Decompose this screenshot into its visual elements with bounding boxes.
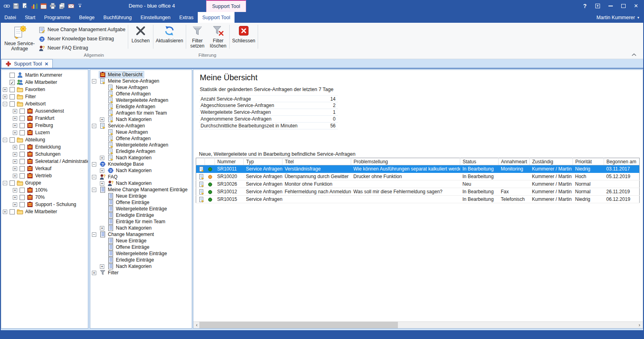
collapse-icon[interactable]: − [92,175,96,179]
refresh-button[interactable]: Aktualisieren [154,25,185,44]
expand-icon[interactable]: + [3,210,7,214]
left-tree-item[interactable]: Martin Kummerer [1,71,88,79]
expand-icon[interactable]: + [100,169,104,173]
collapse-icon[interactable]: − [3,102,7,106]
menu-item-buchführung[interactable]: Buchführung [99,12,136,23]
column-header[interactable]: Titel [282,158,351,165]
expand-icon[interactable]: + [100,117,104,122]
left-tree-item[interactable]: +Schulungen [1,151,88,158]
request-row[interactable]: SR10012Service AnfragenFehlermeldung nac… [196,188,640,196]
checkbox[interactable] [20,130,25,135]
collapse-icon[interactable]: − [3,138,7,142]
nav-tree-item[interactable]: −?FAQ [90,174,192,180]
delete-button[interactable]: Löschen [129,25,152,44]
close-button[interactable]: × [630,0,642,12]
nav-tree-item[interactable]: +Nach Kategorien [90,263,192,270]
expand-icon[interactable]: + [3,95,7,99]
checkbox[interactable] [10,180,15,186]
nav-tree-item[interactable]: +?Nach Kategorien [90,180,192,186]
doc-tab-close-icon[interactable]: × [45,61,48,66]
nav-tree-item[interactable]: +Filter [90,270,192,276]
nav-tree-item[interactable]: Erledigte Anfragen [90,148,192,155]
tab-support-tool[interactable]: Support Tool [198,12,235,23]
nav-tree-item[interactable]: Neue Anfragen [90,84,192,91]
minimize-button[interactable] [604,0,617,12]
left-tree-item[interactable]: +Frankfurt [1,115,88,122]
checkbox[interactable] [10,94,15,99]
nav-tree-item[interactable]: +?Nach Kategorien [90,167,192,174]
filter-clear-button[interactable]: Filter löschen [208,25,229,49]
checkbox[interactable] [20,159,25,164]
nav-tree-item[interactable]: Weitergeleitete Einträge [90,206,192,212]
collapse-icon[interactable]: − [92,124,96,128]
checkbox[interactable] [10,209,15,214]
nav-tree-item[interactable]: Erledigte Einträge [90,212,192,218]
checkbox[interactable]: ✓ [10,80,15,85]
column-header[interactable]: Status [460,158,499,165]
new-faq-entry-button[interactable]: ? Neuer FAQ Eintrag [39,44,127,53]
checkbox[interactable] [20,188,25,193]
left-tree-item[interactable]: +Luzern [1,129,88,136]
scrollbar-thumb[interactable] [199,322,398,328]
menu-item-programme[interactable]: Programme [40,12,75,23]
nav-tree-item[interactable]: Erledigte Einträge [90,257,192,263]
left-tree-item[interactable]: +Alle Mitarbeiter [1,208,88,215]
left-tree-item[interactable]: +Vertrieb [1,172,88,179]
contextual-tab-header[interactable]: Support Tool [206,0,246,12]
nav-tree-item[interactable]: Offene Anfragen [90,135,192,142]
request-row[interactable]: SR10011Service AnfragenVerständnisfrageW… [196,165,640,173]
column-header[interactable]: Priorität [573,158,604,165]
nav-tree-item[interactable]: Neue Anfragen [90,129,192,135]
checkbox[interactable] [20,123,25,128]
nav-tree-item[interactable]: Neue Einträge [90,238,192,244]
menu-item-belege[interactable]: Belege [75,12,99,23]
nav-tree-item[interactable]: −Meine Change Management Einträge [90,186,192,193]
checkbox[interactable] [20,109,25,114]
column-header[interactable]: Annahmeart [499,158,530,165]
left-tree-item[interactable]: +70% [1,194,88,201]
expand-icon[interactable]: + [100,264,104,269]
nav-tree-item[interactable]: Neue Einträge [90,193,192,199]
horizontal-scrollbar[interactable]: ‹ › [193,321,643,328]
left-tree-item[interactable]: ✓Alle Mitarbeiter [1,79,88,86]
checkbox[interactable] [20,195,25,200]
mail-icon[interactable] [68,3,74,9]
chart-icon[interactable] [31,3,38,9]
checkbox[interactable] [20,145,25,150]
menu-item-einstellungen[interactable]: Einstellungen [136,12,175,23]
menu-item-extras[interactable]: Extras [175,12,198,23]
nav-tree-item[interactable]: Meine Übersicht [90,71,192,78]
checkbox[interactable] [20,173,25,178]
ribbon-display-icon[interactable] [591,0,604,12]
collapse-icon[interactable]: − [92,79,96,83]
nav-tree-item[interactable]: Erledigte Anfragen [90,103,192,110]
nav-tree-item[interactable]: Offene Einträge [90,199,192,206]
collapse-icon[interactable]: − [92,232,96,237]
expand-icon[interactable]: + [100,156,104,160]
checkbox[interactable] [10,137,15,143]
link-icon[interactable] [4,3,10,9]
checkbox[interactable] [20,166,25,171]
collapse-icon[interactable]: − [3,181,7,185]
column-header[interactable]: Nummer [215,158,244,165]
collapse-icon[interactable]: − [92,188,96,192]
expand-icon[interactable]: + [13,202,17,207]
doc-tab-support-tool[interactable]: Support Tool × [1,59,53,68]
new-change-management-task-button[interactable]: Neue Change Management Aufgabe [39,25,127,34]
expand-icon[interactable]: + [13,145,17,149]
scroll-right-icon[interactable]: › [636,322,643,328]
nav-tree-item[interactable]: Weitergeleitete Anfragen [90,142,192,148]
help-icon[interactable]: ? [578,0,591,12]
checkbox[interactable] [10,101,15,107]
request-row[interactable]: SR10015Service AnfragenIn BearbeitungTel… [196,196,640,203]
expand-icon[interactable]: + [92,271,96,275]
expand-icon[interactable]: + [13,109,17,113]
checkbox[interactable] [20,116,25,121]
expand-icon[interactable]: + [13,195,17,200]
nav-tree-item[interactable]: −Change Management [90,231,192,238]
left-tree-item[interactable]: +100% [1,186,88,194]
close-tool-button[interactable]: Schliessen [231,25,256,44]
expand-icon[interactable]: + [13,131,17,135]
nav-tree-item[interactable]: +Nach Kategorien [90,155,192,161]
nav-tree-item[interactable]: Weitergeleitete Anfragen [90,97,192,103]
